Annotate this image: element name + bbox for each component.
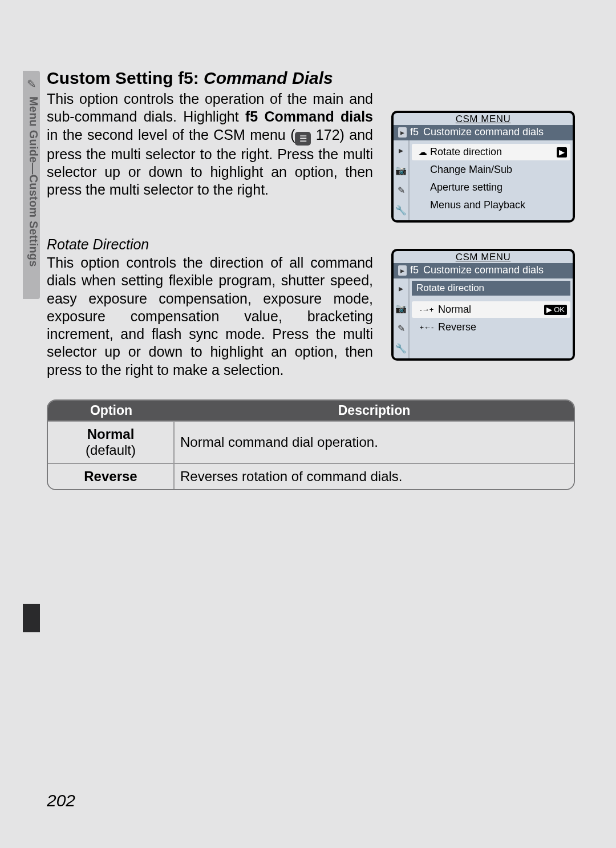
lcd1-row-label: Rotate direction (430, 146, 557, 158)
normal-direction-icon: -→+ (415, 305, 438, 314)
lcd2-header: ▸ f5 Customize command dials (394, 263, 573, 278)
camera-sliders-icon: ☰ (295, 132, 311, 146)
reverse-direction-icon: +←- (415, 323, 438, 332)
options-header-option: Option (48, 401, 175, 421)
page-number: 202 (47, 791, 75, 810)
lcd2-row-label: Normal (438, 304, 544, 316)
lcd1-main: ☁ Rotate direction ▶ Change Main/Sub (410, 140, 573, 220)
lcd1-row: Change Main/Sub (412, 161, 570, 178)
lcd2-tag-icon: ▸ (398, 265, 407, 276)
lcd1-row: Aperture setting (412, 179, 570, 196)
intro-text-2: in the second level of the CSM menu ( (47, 127, 295, 143)
option-name: Reverse (84, 469, 137, 484)
lcd-side-icon: 🔧 (394, 200, 408, 220)
table-row: Reverse Reverses rotation of command dia… (48, 463, 574, 489)
lcd2-sidebar: ▸ 📷 ✎ 🔧 (394, 278, 410, 358)
table-row: Normal (default) Normal command dial ope… (48, 421, 574, 463)
lcd2-row: -→+ Normal ▶ OK (412, 301, 570, 318)
intro-bold: f5 Command dials (245, 108, 373, 124)
lcd2-title: CSM MENU (394, 251, 573, 263)
lcd1-row: ☁ Rotate direction ▶ (412, 144, 570, 160)
option-name: Normal (87, 426, 135, 442)
pencil-icon: ✎ (23, 75, 40, 92)
lcd-side-icon: 📷 (394, 160, 408, 180)
page-title: Custom Setting f5: Command Dials (47, 68, 575, 88)
option-desc: Reverses rotation of command dials. (175, 463, 574, 489)
lcd-screenshot-1: CSM MENU ▸ f5 Customize command dials ▸ … (391, 111, 575, 223)
title-emphasis: Command Dials (204, 68, 333, 87)
lcd1-header-text: Customize command dials (423, 126, 544, 138)
section-tab: ✎ Menu Guide—Custom Settings (23, 71, 40, 299)
lcd1-code: f5 (410, 126, 419, 138)
lcd-screenshot-2: CSM MENU ▸ f5 Customize command dials ▸ … (391, 249, 575, 361)
lcd1-row-label: Change Main/Sub (430, 164, 567, 176)
content: Custom Setting f5: Command Dials This op… (47, 68, 575, 490)
options-header-desc: Description (175, 401, 574, 421)
arrow-glyph: ▶ (546, 305, 552, 314)
lcd2-row-label: Reverse (438, 321, 567, 333)
rotate-icon: ☁ (415, 147, 430, 158)
lcd-side-icon: 📷 (394, 298, 408, 318)
lcd2-row: +←- Reverse (412, 319, 570, 336)
page: ✎ Menu Guide—Custom Settings Custom Sett… (0, 0, 616, 848)
lcd1-title: CSM MENU (394, 113, 573, 125)
select-arrow-icon: ▶ (557, 147, 567, 158)
lcd-side-icon: ✎ (394, 318, 408, 338)
intro-paragraph: This option controls the operation of th… (47, 90, 373, 199)
lcd-side-icon: 🔧 (394, 338, 408, 358)
option-desc: Normal command dial operation. (175, 421, 574, 463)
ok-label: OK (554, 305, 565, 314)
options-table: Option Description Normal (default) Norm… (47, 399, 575, 490)
subheading-rotate-direction: Rotate Direction (47, 236, 373, 253)
lcd1-sidebar: ▸ 📷 ✎ 🔧 (394, 140, 410, 220)
section-tab-label: Menu Guide—Custom Settings (23, 96, 40, 302)
lcd-side-icon: ▸ (394, 140, 408, 160)
lcd1-tag-icon: ▸ (398, 127, 407, 138)
lcd-side-icon: ✎ (394, 180, 408, 200)
lcd1-row-label: Menus and Playback (430, 199, 567, 211)
page-inner: ✎ Menu Guide—Custom Settings Custom Sett… (23, 68, 593, 822)
lcd2-subtitle: Rotate direction (412, 281, 570, 296)
option-default: (default) (86, 442, 136, 458)
lcd2-main: Rotate direction -→+ Normal ▶ OK +←- Rev… (410, 278, 573, 358)
lcd-side-icon: ▸ (394, 278, 408, 298)
lcd2-header-text: Customize command dials (423, 264, 544, 276)
lcd1-row-label: Aperture setting (430, 181, 567, 193)
rotate-direction-paragraph: This option controls the direction of al… (47, 254, 373, 379)
lcd1-header: ▸ f5 Customize command dials (394, 125, 573, 140)
lcd2-code: f5 (410, 264, 419, 276)
title-prefix: Custom Setting f5: (47, 68, 204, 87)
select-arrow-icon: ▶ OK (544, 305, 567, 315)
thumb-index-bar (23, 604, 40, 632)
lcd1-row: Menus and Playback (412, 197, 570, 213)
